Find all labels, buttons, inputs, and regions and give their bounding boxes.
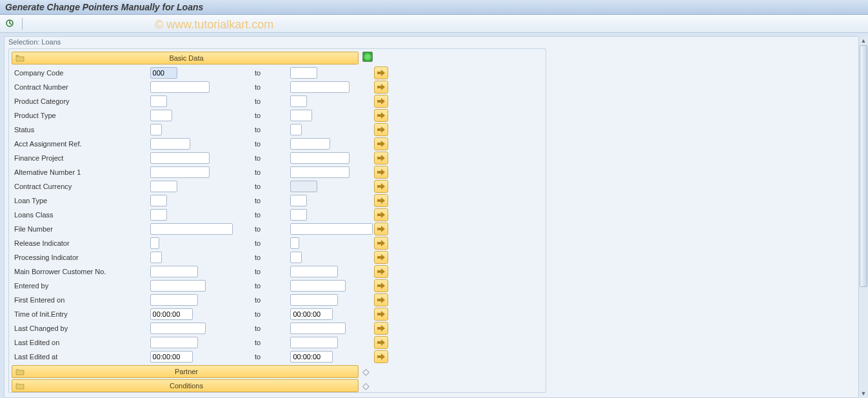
time-init-from-input[interactable] (150, 308, 193, 320)
scroll-track[interactable] (859, 45, 868, 389)
loan-type-to-input[interactable] (290, 195, 307, 206)
scroll-thumb[interactable] (860, 45, 867, 287)
multiple-selection-button[interactable] (374, 251, 388, 264)
multiple-selection-button[interactable] (374, 152, 388, 164)
field-label: Contract Currency (12, 183, 150, 190)
contract-curr-from-input[interactable] (150, 181, 177, 192)
multiple-selection-button[interactable] (374, 336, 388, 349)
multiple-selection-button[interactable] (374, 265, 388, 278)
acct-assign-to-input[interactable] (290, 138, 330, 150)
last-changed-by-from-input[interactable] (150, 323, 206, 334)
multiple-selection-button[interactable] (374, 95, 388, 108)
field-row-release-ind: Release Indicatorto (12, 236, 543, 250)
file-number-to-input[interactable] (290, 223, 373, 235)
multiple-selection-button[interactable] (374, 350, 388, 363)
product-category-to-input[interactable] (290, 95, 307, 107)
company-code-from-input[interactable] (150, 67, 177, 79)
section-header-bar-partner[interactable]: Partner (12, 365, 359, 378)
product-type-to-input[interactable] (290, 110, 312, 121)
multiple-selection-button[interactable] (374, 322, 388, 335)
field-label: First Entered on (12, 296, 150, 304)
field-row-processing-ind: Processing Indicatorto (12, 250, 543, 264)
first-entered-from-input[interactable] (150, 294, 198, 306)
first-entered-to-input[interactable] (290, 294, 338, 306)
finance-project-to-input[interactable] (290, 152, 350, 164)
last-changed-by-to-input[interactable] (290, 323, 346, 334)
processing-ind-from-input[interactable] (150, 252, 162, 263)
company-code-to-input[interactable] (290, 67, 317, 79)
finance-project-from-input[interactable] (150, 152, 210, 164)
main-borrower-from-input[interactable] (150, 266, 198, 277)
multiple-selection-button[interactable] (374, 208, 388, 221)
multiple-selection-button[interactable] (374, 109, 388, 122)
field-row-product-type: Product Typeto (12, 108, 543, 123)
scroll-down-arrow[interactable]: ▼ (859, 389, 868, 398)
entered-by-to-input[interactable] (290, 280, 346, 292)
status-from-input[interactable] (150, 124, 162, 135)
field-row-last-changed-by: Last Changed byto (12, 321, 543, 335)
folder-open-icon (15, 53, 25, 63)
to-label: to (239, 83, 290, 91)
field-row-contract-curr: Contract Currencyto (12, 179, 543, 194)
multiple-selection-button[interactable] (374, 180, 388, 193)
field-label: Acct Assignment Ref. (12, 140, 150, 148)
processing-ind-to-input[interactable] (290, 252, 302, 263)
main-borrower-to-input[interactable] (290, 266, 338, 277)
last-edited-at-to-input[interactable] (290, 351, 333, 363)
svg-marker-6 (377, 141, 385, 147)
multiple-selection-button[interactable] (374, 237, 388, 250)
loan-type-from-input[interactable] (150, 195, 167, 206)
loans-class-to-input[interactable] (290, 209, 307, 221)
loans-class-from-input[interactable] (150, 209, 167, 221)
multiple-selection-button[interactable] (374, 123, 388, 136)
multiple-selection-button[interactable] (374, 194, 388, 207)
product-category-from-input[interactable] (150, 95, 167, 107)
field-label: Processing Indicator (12, 254, 150, 261)
entered-by-from-input[interactable] (150, 280, 206, 292)
status-to-input[interactable] (290, 124, 302, 135)
alt-number1-from-input[interactable] (150, 166, 210, 178)
release-ind-from-input[interactable] (150, 237, 159, 249)
release-ind-to-input[interactable] (290, 237, 299, 249)
field-label: Time of Init.Entry (12, 310, 150, 318)
multiple-selection-button[interactable] (374, 66, 388, 79)
last-edited-on-to-input[interactable] (290, 337, 338, 348)
svg-marker-8 (377, 169, 385, 175)
scroll-up-arrow[interactable]: ▲ (859, 36, 868, 45)
execute-button[interactable] (3, 17, 18, 31)
field-row-loan-type: Loan Typeto (12, 194, 543, 208)
file-number-from-input[interactable] (150, 223, 233, 235)
svg-marker-9 (377, 183, 385, 190)
section-expand-indicator[interactable] (362, 52, 373, 62)
field-row-time-init: Time of Init.Entryto (12, 307, 543, 321)
section-header-bar-conditions[interactable]: Conditions (12, 379, 359, 392)
alt-number1-to-input[interactable] (290, 166, 350, 178)
multiple-selection-button[interactable] (374, 81, 388, 94)
multiple-selection-button[interactable] (374, 223, 388, 235)
to-label: to (239, 225, 290, 233)
last-edited-on-from-input[interactable] (150, 337, 198, 348)
contract-number-to-input[interactable] (290, 81, 350, 93)
multiple-selection-button[interactable] (374, 137, 388, 150)
toolbar-separator (22, 18, 23, 30)
section-collapsed-indicator[interactable]: ◇ (362, 365, 370, 378)
vertical-scrollbar[interactable]: ▲ ▼ (858, 36, 868, 398)
last-edited-at-from-input[interactable] (150, 351, 193, 363)
multiple-selection-button[interactable] (374, 308, 388, 321)
field-row-status: Statusto (12, 123, 543, 137)
to-label: to (239, 282, 290, 290)
field-label: Contract Number (12, 83, 150, 91)
field-label: Last Changed by (12, 324, 150, 332)
section-collapsed-indicator[interactable]: ◇ (362, 379, 370, 392)
multiple-selection-button[interactable] (374, 279, 388, 292)
multiple-selection-button[interactable] (374, 294, 388, 306)
multiple-selection-button[interactable] (374, 166, 388, 179)
section-header-bar-basic[interactable]: Basic Data (12, 52, 359, 65)
field-label: Loan Type (12, 197, 150, 204)
acct-assign-from-input[interactable] (150, 138, 190, 150)
product-type-from-input[interactable] (150, 110, 172, 121)
contract-number-from-input[interactable] (150, 81, 210, 93)
time-init-to-input[interactable] (290, 308, 333, 320)
section-conditions: Conditions ◇ (12, 379, 543, 392)
app-toolbar (0, 15, 868, 33)
